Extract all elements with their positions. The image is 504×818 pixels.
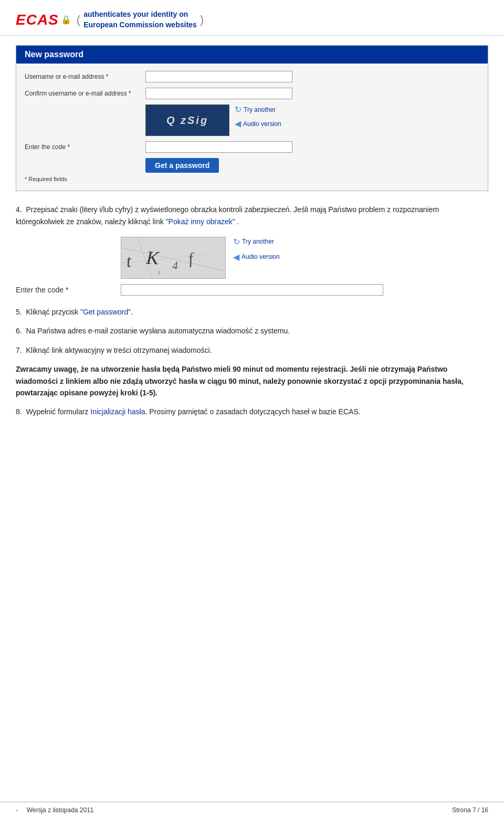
username-label: Username or e-mail address * — [25, 73, 145, 80]
captcha-example-area: t K 4 f s ↻ Try another ◀ Audio version — [16, 237, 488, 279]
step5-prefix: 5. Kliknąć przycisk — [16, 308, 80, 316]
footer-left: - Wersja z listopada 2011 — [16, 806, 94, 814]
try-another-link-2[interactable]: ↻ Try another — [233, 237, 280, 247]
enter-code-input[interactable] — [145, 141, 292, 153]
new-password-form: New password Username or e-mail address … — [16, 45, 488, 191]
svg-text:4: 4 — [172, 259, 178, 272]
close-paren: ) — [200, 13, 204, 27]
audio-version-link-2[interactable]: ◀ Audio version — [233, 252, 280, 262]
main-content: 4. Przepisać znaki (litery i/lub cyfry) … — [0, 204, 504, 418]
lock-icon: 🔒 — [61, 15, 71, 25]
captcha-example-image: t K 4 f s — [121, 237, 226, 279]
enter-code-content-row: Enter the code * — [16, 284, 488, 296]
button-row: Get a password — [145, 158, 479, 173]
refresh-icon-2: ↻ — [233, 237, 240, 247]
enter-code-content-label: Enter the code * — [16, 286, 121, 294]
step5-link: "Get password" — [80, 308, 131, 316]
captcha-image: Q zSig — [145, 104, 229, 136]
footer-page: Strona 7 / 16 — [452, 806, 488, 814]
step8-prefix: 8. Wypełnić formularz — [16, 407, 90, 416]
step4-paragraph: 4. Przepisać znaki (litery i/lub cyfry) … — [16, 204, 488, 227]
captcha-example-actions: ↻ Try another ◀ Audio version — [233, 237, 280, 262]
username-row: Username or e-mail address * — [25, 71, 479, 82]
form-title: New password — [16, 46, 488, 64]
required-note: * Required fields — [25, 176, 479, 182]
confirm-input[interactable] — [145, 88, 292, 99]
footer-dash: - — [16, 806, 18, 814]
audio-version-link[interactable]: ◀ Audio version — [235, 119, 281, 129]
step5-end: . — [131, 308, 133, 316]
enter-code-content-input[interactable] — [121, 284, 383, 296]
captcha-area: Q zSig ↻ Try another ◀ Audio version — [25, 104, 479, 136]
username-input[interactable] — [145, 71, 292, 82]
get-password-button[interactable]: Get a password — [145, 158, 219, 173]
enter-code-label: Enter the code * — [25, 143, 145, 151]
refresh-icon: ↻ — [235, 104, 242, 114]
step4-end: . — [237, 217, 239, 226]
audio-icon-2: ◀ — [233, 252, 239, 262]
svg-text:s: s — [158, 268, 160, 276]
try-another-link[interactable]: ↻ Try another — [235, 104, 281, 114]
footer-version: Wersja z listopada 2011 — [27, 806, 94, 814]
header: ECAS 🔒 ( authenticates your identity on … — [0, 0, 504, 36]
header-tagline: authenticates your identity on European … — [83, 9, 197, 30]
step8-paragraph: 8. Wypełnić formularz Inicjalizacji hasł… — [16, 406, 488, 417]
step6-paragraph: 6. Na Państwa adres e-mail zostanie wysł… — [16, 325, 488, 337]
footer: - Wersja z listopada 2011 Strona 7 / 16 — [0, 802, 504, 818]
svg-text:K: K — [145, 247, 160, 268]
step7-paragraph: 7. Kliknąć link aktywacyjny w treści otr… — [16, 344, 488, 356]
audio-icon: ◀ — [235, 119, 241, 129]
captcha-actions: ↻ Try another ◀ Audio version — [235, 104, 281, 129]
enter-code-row: Enter the code * — [25, 141, 479, 153]
step8-suffix: . Prosimy pamiętać o zasadach dotyczącyc… — [145, 407, 361, 416]
ecas-logo: ECAS — [16, 12, 59, 28]
warning-paragraph: Zwracamy uwagę, że na utworzenie hasła b… — [16, 363, 488, 398]
confirm-label: Confirm username or e-mail address * — [25, 90, 145, 97]
captcha-text: Q zSig — [166, 114, 208, 127]
captcha-example-svg: t K 4 f s — [121, 237, 225, 279]
inicjalizacja-link[interactable]: Inicjalizacji hasła — [90, 407, 145, 416]
confirm-row: Confirm username or e-mail address * — [25, 88, 479, 99]
step4-link: "Pokaż inny obrazek" — [166, 217, 235, 226]
step5-paragraph: 5. Kliknąć przycisk "Get password". — [16, 306, 488, 318]
open-paren: ( — [77, 13, 80, 27]
